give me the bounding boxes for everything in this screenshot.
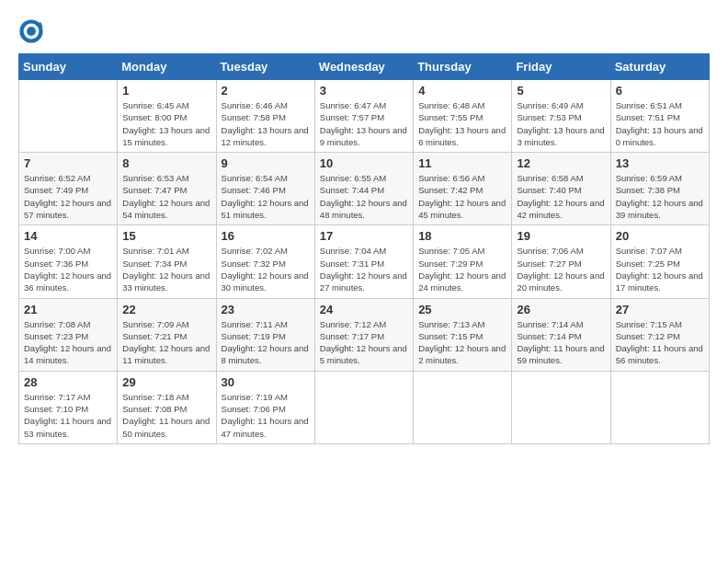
day-number: 22 (122, 303, 210, 316)
day-info: Sunrise: 7:04 AM Sunset: 7:31 PM Dayligh… (320, 245, 408, 293)
weekday-header-thursday: Thursday (414, 54, 512, 80)
weekday-header-row: SundayMondayTuesdayWednesdayThursdayFrid… (19, 54, 710, 80)
day-info: Sunrise: 6:46 AM Sunset: 7:58 PM Dayligh… (222, 99, 310, 148)
day-info: Sunrise: 6:59 AM Sunset: 7:38 PM Dayligh… (616, 172, 704, 221)
calendar-cell (19, 80, 118, 153)
day-number: 4 (418, 84, 506, 98)
day-info: Sunrise: 7:12 AM Sunset: 7:17 PM Dayligh… (320, 318, 408, 367)
day-number: 18 (418, 229, 506, 243)
day-info: Sunrise: 7:15 AM Sunset: 7:12 PM Dayligh… (616, 318, 704, 367)
calendar-cell: 7Sunrise: 6:52 AM Sunset: 7:49 PM Daylig… (19, 153, 118, 225)
day-number: 20 (616, 229, 704, 243)
week-row-5: 28Sunrise: 7:17 AM Sunset: 7:10 PM Dayli… (19, 371, 710, 443)
calendar-cell: 5Sunrise: 6:49 AM Sunset: 7:53 PM Daylig… (512, 80, 610, 153)
day-info: Sunrise: 6:53 AM Sunset: 7:47 PM Dayligh… (122, 172, 210, 221)
week-row-1: 1Sunrise: 6:45 AM Sunset: 8:00 PM Daylig… (19, 80, 710, 153)
week-row-3: 14Sunrise: 7:00 AM Sunset: 7:36 PM Dayli… (19, 225, 710, 298)
day-info: Sunrise: 7:00 AM Sunset: 7:36 PM Dayligh… (24, 245, 112, 293)
day-info: Sunrise: 6:51 AM Sunset: 7:51 PM Dayligh… (616, 99, 704, 148)
day-number: 24 (320, 303, 408, 316)
day-number: 5 (517, 84, 605, 98)
day-info: Sunrise: 6:49 AM Sunset: 7:53 PM Dayligh… (517, 99, 605, 148)
calendar-cell: 20Sunrise: 7:07 AM Sunset: 7:25 PM Dayli… (610, 225, 709, 298)
day-info: Sunrise: 7:18 AM Sunset: 7:08 PM Dayligh… (122, 391, 210, 440)
calendar-cell: 17Sunrise: 7:04 AM Sunset: 7:31 PM Dayli… (314, 225, 413, 298)
day-number: 27 (616, 303, 704, 316)
calendar-cell: 22Sunrise: 7:09 AM Sunset: 7:21 PM Dayli… (118, 298, 216, 371)
svg-point-2 (27, 27, 36, 36)
day-info: Sunrise: 6:56 AM Sunset: 7:42 PM Dayligh… (418, 172, 506, 221)
calendar-cell: 23Sunrise: 7:11 AM Sunset: 7:19 PM Dayli… (216, 298, 314, 371)
calendar-cell: 11Sunrise: 6:56 AM Sunset: 7:42 PM Dayli… (414, 153, 512, 225)
calendar-cell: 14Sunrise: 7:00 AM Sunset: 7:36 PM Dayli… (19, 225, 118, 298)
weekday-header-friday: Friday (512, 54, 610, 80)
day-number: 28 (24, 375, 112, 389)
calendar-table: SundayMondayTuesdayWednesdayThursdayFrid… (18, 53, 710, 444)
day-number: 7 (24, 156, 112, 170)
day-info: Sunrise: 7:17 AM Sunset: 7:10 PM Dayligh… (24, 391, 112, 440)
day-info: Sunrise: 6:58 AM Sunset: 7:40 PM Dayligh… (517, 172, 605, 221)
day-info: Sunrise: 7:14 AM Sunset: 7:14 PM Dayligh… (517, 318, 605, 367)
day-info: Sunrise: 7:01 AM Sunset: 7:34 PM Dayligh… (122, 245, 210, 293)
calendar-cell: 15Sunrise: 7:01 AM Sunset: 7:34 PM Dayli… (118, 225, 216, 298)
day-info: Sunrise: 6:45 AM Sunset: 8:00 PM Dayligh… (122, 99, 210, 148)
day-number: 9 (222, 156, 310, 170)
calendar-cell: 16Sunrise: 7:02 AM Sunset: 7:32 PM Dayli… (216, 225, 314, 298)
day-number: 15 (122, 229, 210, 243)
day-info: Sunrise: 7:09 AM Sunset: 7:21 PM Dayligh… (122, 318, 210, 367)
calendar-cell: 1Sunrise: 6:45 AM Sunset: 8:00 PM Daylig… (118, 80, 216, 153)
calendar-cell: 10Sunrise: 6:55 AM Sunset: 7:44 PM Dayli… (314, 153, 413, 225)
calendar-cell: 30Sunrise: 7:19 AM Sunset: 7:06 PM Dayli… (216, 371, 314, 443)
day-info: Sunrise: 6:52 AM Sunset: 7:49 PM Dayligh… (24, 172, 112, 221)
day-number: 17 (320, 229, 408, 243)
calendar-cell: 2Sunrise: 6:46 AM Sunset: 7:58 PM Daylig… (216, 80, 314, 153)
week-row-2: 7Sunrise: 6:52 AM Sunset: 7:49 PM Daylig… (19, 153, 710, 225)
calendar-cell: 8Sunrise: 6:53 AM Sunset: 7:47 PM Daylig… (118, 153, 216, 225)
weekday-header-wednesday: Wednesday (314, 54, 413, 80)
logo-icon (18, 18, 44, 44)
day-info: Sunrise: 7:07 AM Sunset: 7:25 PM Dayligh… (616, 245, 704, 293)
day-info: Sunrise: 6:55 AM Sunset: 7:44 PM Dayligh… (320, 172, 408, 221)
day-number: 19 (517, 229, 605, 243)
calendar-cell: 27Sunrise: 7:15 AM Sunset: 7:12 PM Dayli… (610, 298, 709, 371)
day-number: 16 (222, 229, 310, 243)
weekday-header-saturday: Saturday (610, 54, 709, 80)
week-row-4: 21Sunrise: 7:08 AM Sunset: 7:23 PM Dayli… (19, 298, 710, 371)
day-info: Sunrise: 7:11 AM Sunset: 7:19 PM Dayligh… (222, 318, 310, 367)
day-number: 29 (122, 375, 210, 389)
calendar-cell: 26Sunrise: 7:14 AM Sunset: 7:14 PM Dayli… (512, 298, 610, 371)
calendar-cell: 9Sunrise: 6:54 AM Sunset: 7:46 PM Daylig… (216, 153, 314, 225)
calendar-cell: 19Sunrise: 7:06 AM Sunset: 7:27 PM Dayli… (512, 225, 610, 298)
day-number: 1 (122, 84, 210, 98)
day-number: 23 (222, 303, 310, 316)
weekday-header-tuesday: Tuesday (216, 54, 314, 80)
calendar-cell: 13Sunrise: 6:59 AM Sunset: 7:38 PM Dayli… (610, 153, 709, 225)
calendar-cell: 24Sunrise: 7:12 AM Sunset: 7:17 PM Dayli… (314, 298, 413, 371)
day-number: 25 (418, 303, 506, 316)
day-info: Sunrise: 7:02 AM Sunset: 7:32 PM Dayligh… (222, 245, 310, 293)
day-info: Sunrise: 7:06 AM Sunset: 7:27 PM Dayligh… (517, 245, 605, 293)
calendar-cell: 6Sunrise: 6:51 AM Sunset: 7:51 PM Daylig… (610, 80, 709, 153)
day-number: 3 (320, 84, 408, 98)
day-number: 6 (616, 84, 704, 98)
calendar-cell: 12Sunrise: 6:58 AM Sunset: 7:40 PM Dayli… (512, 153, 610, 225)
day-number: 11 (418, 156, 506, 170)
calendar-cell: 3Sunrise: 6:47 AM Sunset: 7:57 PM Daylig… (314, 80, 413, 153)
day-info: Sunrise: 7:19 AM Sunset: 7:06 PM Dayligh… (222, 391, 310, 440)
calendar-cell (610, 371, 709, 443)
day-info: Sunrise: 7:13 AM Sunset: 7:15 PM Dayligh… (418, 318, 506, 367)
weekday-header-sunday: Sunday (19, 54, 118, 80)
day-number: 10 (320, 156, 408, 170)
calendar-cell: 4Sunrise: 6:48 AM Sunset: 7:55 PM Daylig… (414, 80, 512, 153)
day-info: Sunrise: 7:08 AM Sunset: 7:23 PM Dayligh… (24, 318, 112, 367)
weekday-header-monday: Monday (118, 54, 216, 80)
day-info: Sunrise: 6:48 AM Sunset: 7:55 PM Dayligh… (418, 99, 506, 148)
day-info: Sunrise: 6:54 AM Sunset: 7:46 PM Dayligh… (222, 172, 310, 221)
day-number: 21 (24, 303, 112, 316)
day-number: 2 (222, 84, 310, 98)
day-info: Sunrise: 6:47 AM Sunset: 7:57 PM Dayligh… (320, 99, 408, 148)
calendar-cell (512, 371, 610, 443)
page-header (18, 18, 710, 44)
day-info: Sunrise: 7:05 AM Sunset: 7:29 PM Dayligh… (418, 245, 506, 293)
logo (18, 18, 48, 44)
